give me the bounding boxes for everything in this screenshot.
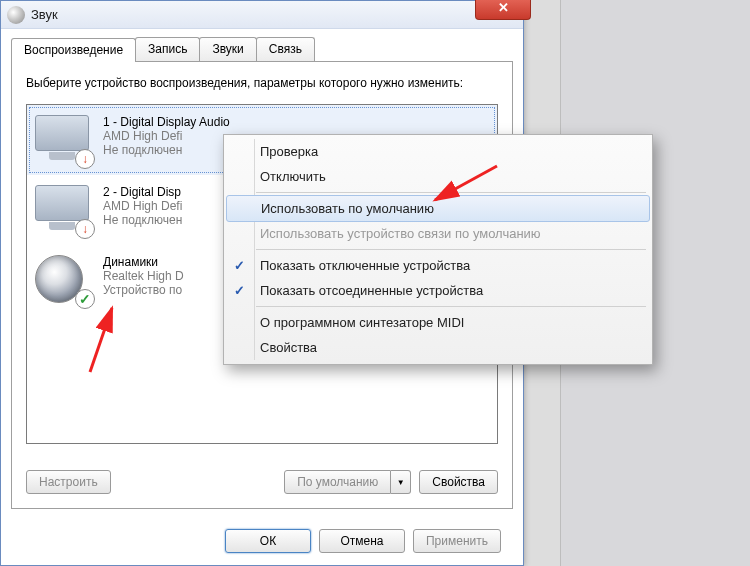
annotation-arrow-2 [80,300,140,380]
dialog-button-row: ОК Отмена Применить [1,529,523,553]
device-status: Устройство по [103,283,184,297]
ok-button[interactable]: ОК [225,529,311,553]
device-status: Не подключен [103,143,230,157]
configure-button[interactable]: Настроить [26,470,111,494]
menu-item-show-disconnected[interactable]: ✓ Показать отсоединенные устройства [224,278,652,303]
tabs-row: Воспроизведение Запись Звуки Связь [11,37,513,61]
default-dropdown-chevron[interactable]: ▼ [391,470,411,494]
window-title: Звук [31,7,58,22]
panel-bottom-buttons: Настроить По умолчанию ▼ Свойства [26,470,498,494]
menu-separator [256,306,646,307]
arrow-down-icon: ↓ [75,149,95,169]
device-name: 1 - Digital Display Audio [103,115,230,129]
apply-button[interactable]: Применить [413,529,501,553]
device-name: Динамики [103,255,184,269]
device-desc: AMD High Defi [103,199,182,213]
default-button[interactable]: По умолчанию [284,470,391,494]
default-split-button[interactable]: По умолчанию ▼ [284,470,411,494]
annotation-arrow-1 [425,158,505,213]
menu-item-set-comm-default[interactable]: Использовать устройство связи по умолчан… [224,221,652,246]
menu-separator [256,249,646,250]
device-status: Не подключен [103,213,182,227]
menu-item-about-midi[interactable]: О программном синтезаторе MIDI [224,310,652,335]
properties-button[interactable]: Свойства [419,470,498,494]
sound-icon [7,6,25,24]
device-text: 1 - Digital Display Audio AMD High Defi … [103,115,230,165]
device-desc: AMD High Defi [103,129,230,143]
tab-communications[interactable]: Связь [256,37,315,61]
close-button[interactable]: ✕ [475,0,531,20]
speaker-icon: ✓ [35,255,93,305]
monitor-icon: ↓ [35,185,93,235]
tab-recording[interactable]: Запись [135,37,200,61]
tab-sounds[interactable]: Звуки [199,37,256,61]
cancel-button[interactable]: Отмена [319,529,405,553]
device-text: 2 - Digital Disp AMD High Defi Не подклю… [103,185,182,235]
device-text: Динамики Realtek High D Устройство по [103,255,184,305]
check-icon: ✓ [234,283,245,298]
menu-item-show-disabled[interactable]: ✓ Показать отключенные устройства [224,253,652,278]
svg-line-1 [90,308,112,372]
svg-line-0 [435,166,497,200]
tab-playback[interactable]: Воспроизведение [11,38,136,62]
check-icon: ✓ [234,258,245,273]
arrow-down-icon: ↓ [75,219,95,239]
monitor-icon: ↓ [35,115,93,165]
titlebar[interactable]: Звук ✕ [1,1,523,29]
device-desc: Realtek High D [103,269,184,283]
menu-item-properties[interactable]: Свойства [224,335,652,360]
device-name: 2 - Digital Disp [103,185,182,199]
instruction-text: Выберите устройство воспроизведения, пар… [26,76,498,92]
